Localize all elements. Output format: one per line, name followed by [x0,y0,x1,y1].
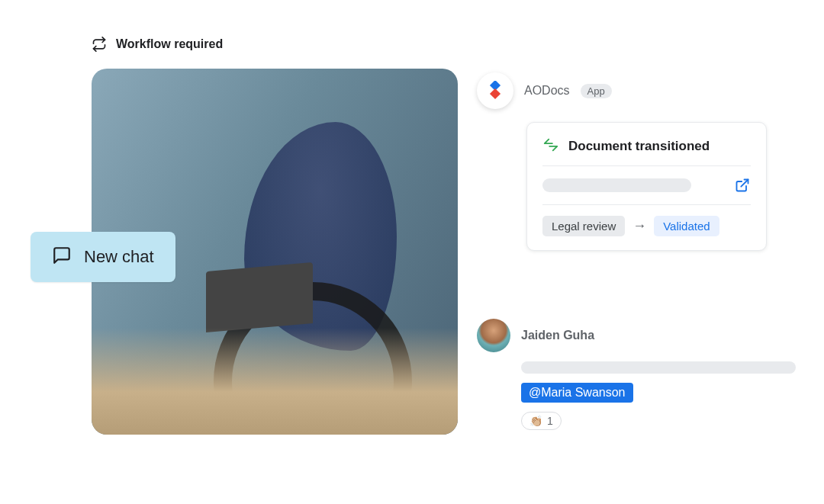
status-from-chip: Legal review [542,216,625,236]
divider [542,204,751,205]
aodocs-header: AODocs App [477,72,612,109]
avatar[interactable] [477,319,510,352]
chat-message: Jaiden Guha @Maria Swanson 👏🏼 1 [477,319,797,430]
arrow-right-icon: → [632,218,646,234]
status-transition-row: Legal review → Validated [542,216,751,236]
reaction-chip[interactable]: 👏🏼 1 [521,412,562,430]
new-chat-pill[interactable]: New chat [31,232,175,282]
app-badge: App [581,84,612,98]
message-body: @Maria Swanson 👏🏼 1 [521,361,797,430]
document-name-placeholder [542,178,691,192]
aodocs-app-name: AODocs [524,84,570,98]
document-transitioned-card: Document transitioned Legal review → Val… [526,122,767,251]
svg-rect-1 [490,88,501,99]
chat-bubble-icon [52,246,72,268]
aodocs-logo-icon [477,72,513,109]
laptop-shape [206,262,313,332]
card-doc-row [542,177,751,194]
new-chat-label: New chat [84,247,154,267]
clap-emoji-icon: 👏🏼 [529,415,542,427]
status-to-chip: Validated [654,216,719,236]
card-header: Document transitioned [542,136,751,165]
svg-line-2 [741,180,748,187]
card-title: Document transitioned [568,139,710,154]
workflow-required-text: Workflow required [116,37,223,51]
open-external-icon[interactable] [734,177,751,194]
mention-chip[interactable]: @Maria Swanson [521,383,633,403]
message-author: Jaiden Guha [521,329,594,342]
reaction-count: 1 [547,415,553,427]
transition-arrows-icon [542,136,559,156]
divider [542,165,751,166]
repeat-icon [92,37,107,52]
workflow-required-label: Workflow required [92,37,223,52]
message-header: Jaiden Guha [477,319,797,352]
message-text-placeholder [521,361,796,374]
